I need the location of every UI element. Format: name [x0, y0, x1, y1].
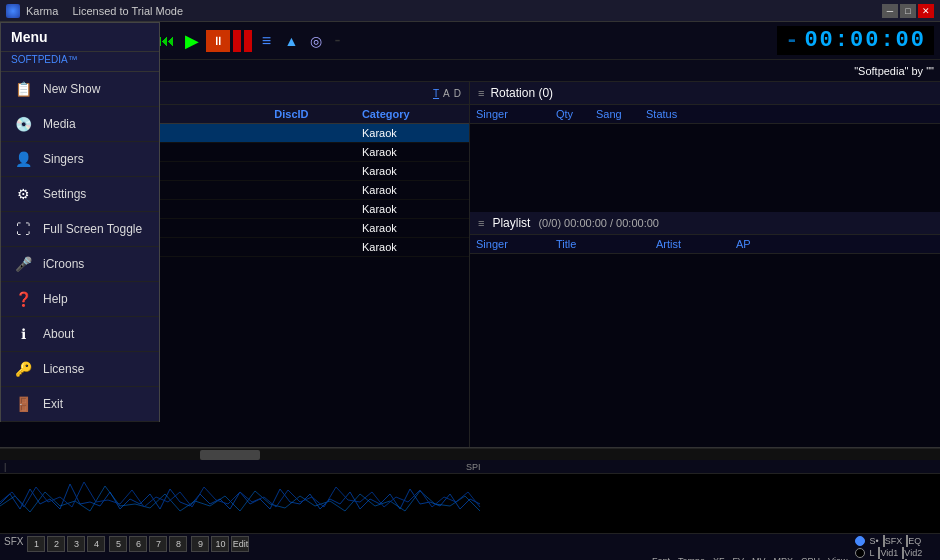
cell-discid	[268, 143, 356, 162]
sfx-label: SFX	[4, 536, 23, 547]
playlist-title: Playlist	[492, 216, 530, 230]
status-col-header: Status	[646, 108, 934, 120]
menu-item-label: Singers	[43, 152, 84, 166]
rotation-menu-icon[interactable]: ≡	[478, 87, 484, 99]
cell-category: Karaok	[356, 181, 469, 200]
stop-indicator	[233, 30, 241, 52]
menu-item-about[interactable]: ℹ About	[1, 317, 159, 352]
sfx-btn-9[interactable]: 9	[191, 536, 209, 552]
checkbox-vid2: Vid2	[902, 548, 922, 558]
settings-icon: ⚙	[13, 184, 33, 204]
transport-controls: ⏮ ▶ ⏸ ≡ ▲ ◎ -	[156, 30, 344, 52]
radio-l-label: L	[869, 548, 874, 558]
scroll-thumb[interactable]	[200, 450, 260, 460]
col-discid: DiscID	[268, 105, 356, 124]
playlist-body	[470, 254, 940, 354]
eq-button[interactable]: ◎	[305, 30, 327, 52]
bottom-area: | SPI SFX 1 2 3 4 5 6 7	[0, 447, 940, 544]
col-category: Category	[356, 105, 469, 124]
sfx-btn-2[interactable]: 2	[47, 536, 65, 552]
menu-item-singers[interactable]: 👤 Singers	[1, 142, 159, 177]
radio-checkbox-group: S• SFX EQ L Vid1	[855, 536, 936, 560]
radio-l[interactable]	[855, 548, 865, 558]
cell-discid	[268, 124, 356, 143]
bar-indicator	[244, 30, 252, 52]
singer-columns: Singer Qty Sang Status	[470, 105, 940, 124]
menu-item-new-show[interactable]: 📋 New Show	[1, 72, 159, 107]
view-label: View	[828, 556, 847, 560]
sfx-btn-edit[interactable]: Edit	[231, 536, 249, 552]
checkbox-eq: EQ	[906, 536, 921, 546]
radio-row-s: S• SFX EQ	[855, 536, 936, 546]
menu-item-license[interactable]: 🔑 License	[1, 352, 159, 387]
rotation-title: Rotation (0)	[490, 86, 553, 100]
new-show-icon: 📋	[13, 79, 33, 99]
time-display: -00:00:00	[777, 26, 934, 55]
sfx-buttons: 1 2 3 4	[27, 536, 105, 552]
play-button[interactable]: ▶	[181, 30, 203, 52]
cell-discid	[268, 181, 356, 200]
sfx-btn-7[interactable]: 7	[149, 536, 167, 552]
singers-icon: 👤	[13, 149, 33, 169]
pause-button[interactable]: ⏸	[206, 30, 230, 52]
close-button[interactable]: ✕	[918, 4, 934, 18]
sfx-btn-3[interactable]: 3	[67, 536, 85, 552]
radio-s-label: S•	[869, 536, 878, 546]
sfx-btn-5[interactable]: 5	[109, 536, 127, 552]
icroons-icon: 🎤	[13, 254, 33, 274]
horizontal-scrollbar[interactable]	[0, 448, 940, 460]
pl-ap-header: AP	[736, 238, 934, 250]
sfx-btn-4[interactable]: 4	[87, 536, 105, 552]
cell-category: Karaok	[356, 200, 469, 219]
checkbox-vid1: Vid1	[878, 548, 898, 558]
menu-logo: SOFTPEDIA™	[1, 52, 159, 72]
sfx-btn-10[interactable]: 10	[211, 536, 229, 552]
menu-item-icroons[interactable]: 🎤 iCroons	[1, 247, 159, 282]
tab-d[interactable]: D	[454, 88, 461, 99]
xf-label: XF	[713, 556, 725, 560]
playlist-menu-icon[interactable]: ≡	[478, 217, 484, 229]
cell-category: Karaok	[356, 124, 469, 143]
menu-item-label: License	[43, 362, 84, 376]
right-panel: ≡ Rotation (0) Singer Qty Sang Status ≡ …	[470, 82, 940, 447]
now-playing-text: "Softpedia" by ""	[854, 65, 934, 77]
waveform-spi-label: SPI	[10, 462, 936, 472]
pl-artist-header: Artist	[656, 238, 736, 250]
menu-item-settings[interactable]: ⚙ Settings	[1, 177, 159, 212]
tab-t[interactable]: T	[433, 88, 439, 99]
right-controls-area: Font Tempo XF FV MV MPX CPU View S• SFX	[652, 536, 936, 560]
about-icon: ℹ	[13, 324, 33, 344]
playlist-columns: Singer Title Artist AP	[470, 235, 940, 254]
sfx-buttons-row3: 9 10 Edit	[191, 536, 249, 552]
menu-items: 📋 New Show 💿 Media 👤 Singers ⚙ Settings …	[1, 72, 159, 422]
waveform-area[interactable]	[0, 474, 940, 534]
tab-a[interactable]: A	[443, 88, 450, 99]
sfx-btn-6[interactable]: 6	[129, 536, 147, 552]
bottom-controls: SFX 1 2 3 4 5 6 7 8 9 10 Edit Font Tempo…	[0, 534, 940, 560]
tempo-label: Tempo	[678, 556, 705, 560]
maximize-button[interactable]: □	[900, 4, 916, 18]
menu-item-label: Exit	[43, 397, 63, 411]
triangle-up-button[interactable]: ▲	[280, 30, 302, 52]
radio-s[interactable]	[855, 536, 865, 546]
media-icon: 💿	[13, 114, 33, 134]
menu-item-fullscreen[interactable]: ⛶ Full Screen Toggle	[1, 212, 159, 247]
menu-item-label: New Show	[43, 82, 100, 96]
menu-item-help[interactable]: ❓ Help	[1, 282, 159, 317]
help-icon: ❓	[13, 289, 33, 309]
cpu-label: CPU	[801, 556, 820, 560]
menu-item-label: Settings	[43, 187, 86, 201]
minimize-button[interactable]: ─	[882, 4, 898, 18]
rotation-header: ≡ Rotation (0)	[470, 82, 940, 105]
app-icon	[6, 4, 20, 18]
menu-item-media[interactable]: 💿 Media	[1, 107, 159, 142]
exit-icon: 🚪	[13, 394, 33, 414]
sfx-btn-8[interactable]: 8	[169, 536, 187, 552]
license-icon: 🔑	[13, 359, 33, 379]
menu-item-label: Media	[43, 117, 76, 131]
sfx-btn-1[interactable]: 1	[27, 536, 45, 552]
menu-item-exit[interactable]: 🚪 Exit	[1, 387, 159, 422]
cell-discid	[268, 219, 356, 238]
mv-label: MV	[752, 556, 766, 560]
vol-bar-button[interactable]: ≡	[255, 30, 277, 52]
